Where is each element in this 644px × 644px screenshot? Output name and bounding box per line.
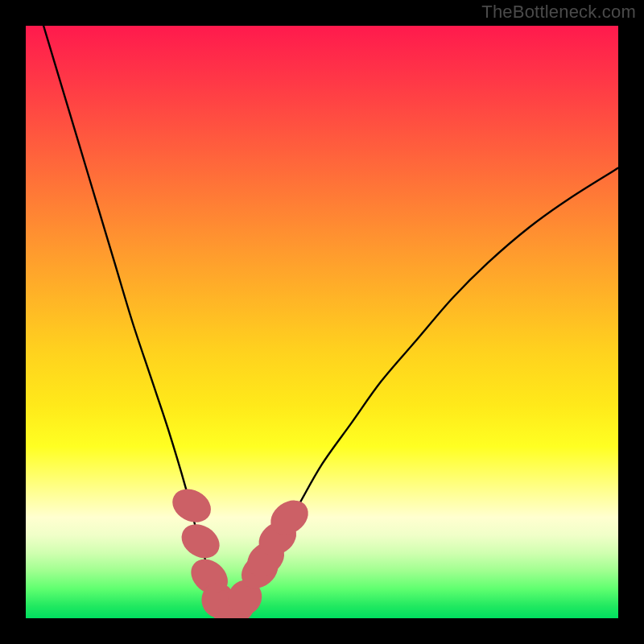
bottleneck-curve xyxy=(43,26,618,607)
outer-frame: TheBottleneck.com xyxy=(0,0,644,644)
curve-markers xyxy=(167,483,315,618)
watermark-text: TheBottleneck.com xyxy=(481,2,636,23)
chart-svg xyxy=(26,26,618,618)
curve-marker xyxy=(175,518,226,565)
chart-plot-area xyxy=(26,26,618,618)
curve-marker xyxy=(167,483,217,529)
